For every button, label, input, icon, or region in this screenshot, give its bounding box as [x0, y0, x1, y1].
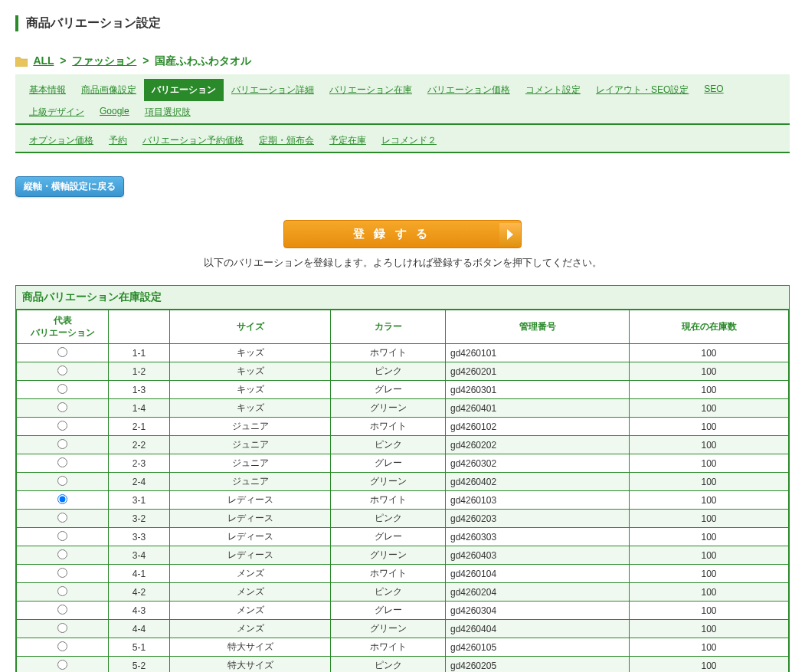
tab-4[interactable]: 予定在庫 [322, 129, 374, 152]
cell-size: メンズ [170, 602, 331, 620]
table-row: 5-2特大サイズピンクgd4260205100 [17, 657, 789, 672]
cell-stock: 100 [630, 491, 789, 510]
cell-size: メンズ [170, 620, 331, 638]
cell-stock: 100 [630, 583, 789, 602]
tab-7[interactable]: レイアウト・SEO設定 [588, 79, 696, 101]
tab-1[interactable]: 予約 [101, 129, 135, 152]
folder-icon [15, 56, 28, 67]
cell-idx: 1-3 [109, 381, 170, 399]
breadcrumb-sep: > [142, 54, 149, 67]
variation-stock-panel: 商品バリエーション在庫設定 代表バリエーション サイズ カラー 管理番号 現在の… [15, 285, 790, 672]
cell-idx: 5-1 [109, 638, 170, 657]
cell-code: gd4260203 [446, 510, 630, 528]
cell-idx: 3-4 [109, 546, 170, 565]
cell-color: ホワイト [331, 418, 446, 436]
tab-0[interactable]: 基本情報 [21, 79, 74, 101]
rep-radio[interactable] [57, 513, 67, 523]
cell-idx: 4-4 [109, 620, 170, 638]
table-row: 4-3メンズグレーgd4260304100 [17, 602, 789, 620]
tab-5[interactable]: レコメンド２ [374, 129, 444, 152]
register-button[interactable]: 登 録 す る [283, 220, 522, 248]
cell-idx: 3-3 [109, 528, 170, 546]
rep-radio[interactable] [57, 623, 67, 633]
tab-10[interactable]: Google [92, 101, 137, 123]
cell-color: グリーン [331, 399, 446, 418]
register-area: 登 録 す る 以下のバリエーションを登録します。よろしければ登録するボタンを押… [15, 220, 790, 270]
cell-stock: 100 [630, 638, 789, 657]
cell-size: レディース [170, 510, 331, 528]
breadcrumb-category[interactable]: ファッション [72, 54, 136, 67]
tab-0[interactable]: オプション価格 [21, 129, 101, 152]
rep-radio[interactable] [57, 366, 67, 375]
col-header-rep: 代表バリエーション [17, 310, 109, 344]
rep-radio[interactable] [57, 586, 67, 596]
table-row: 2-3ジュニアグレーgd4260302100 [17, 454, 789, 473]
table-row: 2-4ジュニアグリーンgd4260402100 [17, 473, 789, 491]
cell-idx: 4-3 [109, 602, 170, 620]
cell-code: gd4260102 [446, 418, 630, 436]
cell-size: レディース [170, 491, 331, 510]
tab-1[interactable]: 商品画像設定 [74, 79, 144, 101]
rep-radio[interactable] [57, 494, 67, 504]
cell-code: gd4260402 [446, 473, 630, 491]
table-row: 4-4メンズグリーンgd4260404100 [17, 620, 789, 638]
rep-radio[interactable] [57, 641, 67, 651]
breadcrumb-all[interactable]: ALL [33, 54, 54, 67]
cell-size: キッズ [170, 362, 331, 381]
arrow-right-icon [499, 223, 521, 246]
cell-code: gd4260201 [446, 362, 630, 381]
cell-code: gd4260204 [446, 583, 630, 602]
cell-size: ジュニア [170, 454, 331, 473]
rep-radio[interactable] [57, 347, 67, 357]
rep-radio[interactable] [57, 549, 67, 559]
tab-2[interactable]: バリエーション [144, 79, 224, 101]
panel-title: 商品バリエーション在庫設定 [16, 286, 789, 310]
table-row: 1-4キッズグリーンgd4260401100 [17, 399, 789, 418]
rep-radio[interactable] [57, 457, 67, 467]
rep-radio[interactable] [57, 660, 67, 670]
rep-radio[interactable] [57, 605, 67, 615]
cell-stock: 100 [630, 602, 789, 620]
tab-11[interactable]: 項目選択肢 [137, 101, 198, 123]
cell-size: キッズ [170, 344, 331, 362]
tab-6[interactable]: コメント設定 [518, 79, 588, 101]
cell-idx: 1-4 [109, 399, 170, 418]
rep-radio[interactable] [57, 531, 67, 541]
cell-stock: 100 [630, 546, 789, 565]
cell-stock: 100 [630, 436, 789, 454]
cell-color: グレー [331, 381, 446, 399]
tab-8[interactable]: SEO [696, 79, 731, 101]
cell-color: ホワイト [331, 344, 446, 362]
rep-radio[interactable] [57, 402, 67, 412]
rep-radio[interactable] [57, 384, 67, 394]
cell-idx: 2-1 [109, 418, 170, 436]
tab-3[interactable]: バリエーション詳細 [224, 79, 322, 101]
rep-radio[interactable] [57, 439, 67, 449]
cell-code: gd4260303 [446, 528, 630, 546]
variation-table: 代表バリエーション サイズ カラー 管理番号 現在の在庫数 1-1キッズホワイト… [16, 310, 789, 672]
cell-color: ピンク [331, 583, 446, 602]
back-axis-button[interactable]: 縦軸・横軸設定に戻る [15, 176, 124, 197]
cell-code: gd4260104 [446, 565, 630, 583]
register-button-label: 登 録 す る [284, 221, 499, 247]
tab-4[interactable]: バリエーション在庫 [322, 79, 420, 101]
table-row: 4-1メンズホワイトgd4260104100 [17, 565, 789, 583]
tab-3[interactable]: 定期・頒布会 [251, 129, 322, 152]
rep-radio[interactable] [57, 476, 67, 486]
cell-color: グレー [331, 602, 446, 620]
cell-idx: 3-1 [109, 491, 170, 510]
tab-2[interactable]: バリエーション予約価格 [135, 129, 251, 152]
rep-radio[interactable] [57, 568, 67, 578]
table-row: 5-1特大サイズホワイトgd4260105100 [17, 638, 789, 657]
col-header-code: 管理番号 [446, 310, 630, 344]
cell-color: ホワイト [331, 491, 446, 510]
col-header-stock: 現在の在庫数 [630, 310, 789, 344]
tab-5[interactable]: バリエーション価格 [420, 79, 518, 101]
cell-code: gd4260205 [446, 657, 630, 672]
cell-idx: 4-1 [109, 565, 170, 583]
table-row: 3-3レディースグレーgd4260303100 [17, 528, 789, 546]
table-row: 3-4レディースグリーンgd4260403100 [17, 546, 789, 565]
tab-9[interactable]: 上級デザイン [21, 101, 92, 123]
cell-code: gd4260103 [446, 491, 630, 510]
rep-radio[interactable] [57, 421, 67, 431]
